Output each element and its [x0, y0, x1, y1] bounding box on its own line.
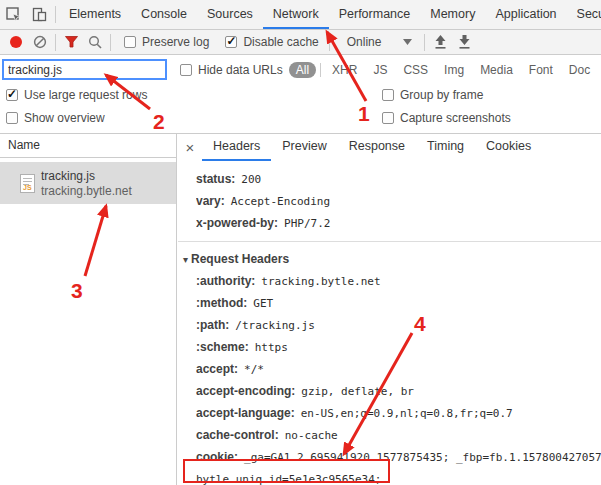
checkbox-icon: [382, 89, 394, 101]
toolbar-separator: [55, 6, 56, 23]
tab-elements[interactable]: Elements: [59, 0, 131, 30]
capture-screenshots-checkbox[interactable]: Capture screenshots: [382, 111, 511, 125]
filter-pill-font[interactable]: Font: [522, 62, 560, 78]
checkbox-icon: [6, 112, 18, 124]
request-domain: tracking.bytle.net: [41, 184, 132, 198]
close-icon[interactable]: ×: [178, 139, 202, 156]
header-row-cookie-wrap: bytle_uniq_id=5e1e3c9565e34;: [196, 468, 601, 485]
devtools-window: Elements Console Sources Network Perform…: [0, 0, 601, 485]
checkbox-icon: [180, 64, 192, 76]
checkbox-checked-icon: [6, 89, 18, 101]
filter-pill-img[interactable]: Img: [437, 62, 471, 78]
filter-pill-css[interactable]: CSS: [396, 62, 435, 78]
tab-memory[interactable]: Memory: [420, 0, 485, 30]
header-row: :authoritytracking.bytle.net: [196, 270, 601, 292]
header-row: varyAccept-Encoding: [196, 190, 601, 212]
network-filter-bar: Hide data URLs All XHR JS CSS Img Media …: [0, 55, 601, 84]
export-har-icon[interactable]: [452, 30, 476, 54]
toolbar-separator: [329, 34, 330, 51]
headers-content: status200 varyAccept-Encoding x-powered-…: [178, 161, 601, 485]
device-toolbar-icon[interactable]: [26, 0, 52, 29]
show-overview-label: Show overview: [24, 111, 105, 125]
toolbar-separator: [110, 34, 111, 51]
header-row: accept-encodinggzip, deflate, br: [196, 380, 601, 402]
tab-preview[interactable]: Preview: [271, 134, 337, 161]
header-row: x-powered-byPHP/7.2: [196, 212, 601, 234]
tab-timing[interactable]: Timing: [416, 134, 475, 161]
request-name: tracking.js: [41, 169, 132, 184]
request-row[interactable]: JS tracking.js tracking.bytle.net: [0, 162, 176, 204]
inspect-element-icon[interactable]: [0, 0, 26, 29]
hide-data-urls-checkbox[interactable]: Hide data URLs: [180, 63, 283, 77]
network-options-row-2: Show overview Capture screenshots: [0, 107, 601, 131]
name-column-header[interactable]: Name: [0, 134, 176, 158]
group-by-frame-label: Group by frame: [400, 88, 483, 102]
search-icon[interactable]: [83, 30, 107, 54]
header-row: status200: [196, 168, 601, 190]
tab-headers[interactable]: Headers: [202, 134, 271, 161]
filter-pill-all[interactable]: All: [289, 62, 316, 78]
filter-input[interactable]: [2, 59, 167, 80]
chevron-down-icon[interactable]: [403, 39, 412, 45]
toolbar-separator: [55, 34, 56, 51]
clear-icon[interactable]: [28, 30, 52, 54]
checkbox-checked-icon: [225, 36, 237, 48]
tab-response[interactable]: Response: [338, 134, 416, 161]
tab-network[interactable]: Network: [263, 0, 329, 30]
filter-icon[interactable]: [59, 30, 83, 54]
tab-cookies[interactable]: Cookies: [475, 134, 542, 161]
header-row: cache-controlno-cache: [196, 424, 601, 446]
request-list-panel: Name JS tracking.js tracking.bytle.net: [0, 134, 177, 485]
import-har-icon[interactable]: [428, 30, 452, 54]
network-toolbar: Preserve log Disable cache Online: [0, 30, 601, 55]
tab-performance[interactable]: Performance: [329, 0, 421, 30]
filter-pill-js[interactable]: JS: [366, 62, 394, 78]
preserve-log-checkbox[interactable]: Preserve log: [124, 35, 209, 49]
js-file-icon: JS: [20, 174, 35, 193]
preserve-log-label: Preserve log: [142, 35, 209, 49]
disable-cache-label: Disable cache: [243, 35, 318, 49]
header-row: :schemehttps: [196, 336, 601, 358]
tab-application[interactable]: Application: [485, 0, 566, 30]
details-tabbar: × Headers Preview Response Timing Cookie…: [178, 134, 601, 161]
request-headers-section-title[interactable]: ▾Request Headers: [183, 248, 601, 270]
tab-sources[interactable]: Sources: [197, 0, 263, 30]
record-icon[interactable]: [4, 30, 28, 54]
tab-security[interactable]: Security: [567, 0, 601, 30]
network-options-row-1: Use large request rows Group by frame: [0, 84, 601, 108]
checkbox-icon: [382, 112, 394, 124]
request-details-panel: × Headers Preview Response Timing Cookie…: [178, 134, 601, 485]
capture-screenshots-label: Capture screenshots: [400, 111, 511, 125]
checkbox-icon: [124, 36, 136, 48]
header-row: :path/tracking.js: [196, 314, 601, 336]
filter-pill-media[interactable]: Media: [473, 62, 520, 78]
header-row: accept-languageen-US,en;q=0.9,nl;q=0.8,f…: [196, 402, 601, 424]
section-divider: [178, 241, 601, 242]
header-row-cookie: cookie_ga=GA1.2.695941920.1577875435; _f…: [196, 446, 601, 468]
show-overview-checkbox[interactable]: Show overview: [6, 111, 105, 125]
use-large-request-rows-checkbox[interactable]: Use large request rows: [6, 88, 147, 102]
toolbar-separator: [424, 34, 425, 51]
disable-cache-checkbox[interactable]: Disable cache: [225, 35, 318, 49]
pill-separator: [320, 63, 321, 77]
header-row: accept*/*: [196, 358, 601, 380]
devtools-tabbar: Elements Console Sources Network Perform…: [0, 0, 601, 30]
group-by-frame-checkbox[interactable]: Group by frame: [382, 88, 483, 102]
hide-data-urls-label: Hide data URLs: [198, 63, 283, 77]
filter-pill-xhr[interactable]: XHR: [325, 62, 364, 78]
throttling-select[interactable]: Online: [347, 35, 382, 49]
disclosure-triangle-icon: ▾: [183, 254, 188, 265]
filter-pill-doc[interactable]: Doc: [562, 62, 597, 78]
use-large-request-rows-label: Use large request rows: [24, 88, 147, 102]
tab-console[interactable]: Console: [131, 0, 197, 30]
header-row: :methodGET: [196, 292, 601, 314]
